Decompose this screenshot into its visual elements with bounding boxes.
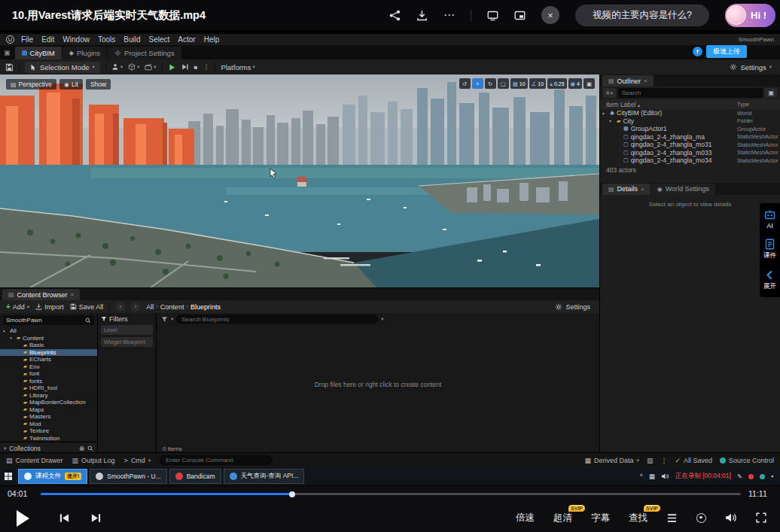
cast-icon[interactable] — [487, 10, 498, 21]
play-button[interactable] — [17, 510, 29, 527]
show-dropdown[interactable]: Show — [86, 79, 111, 90]
tray-misc-icon[interactable]: ▪ — [771, 473, 773, 480]
volume-icon[interactable] — [725, 512, 737, 523]
outliner-row[interactable]: ▢qingdao_2-4_zhangla_mo31StaticMeshActor — [600, 141, 780, 149]
sources-search[interactable]: SmoothPawn — [3, 315, 94, 325]
source-control-button[interactable]: Source Control — [720, 457, 774, 464]
add-actor-button[interactable]: ▾ — [111, 63, 123, 71]
outliner-settings-button[interactable]: ▣ — [765, 88, 777, 98]
outliner-row[interactable]: ▾◉CityBIM (Editor)World — [600, 109, 780, 117]
console-command-input[interactable] — [160, 455, 273, 465]
maximize-viewport-button[interactable]: ▣ — [583, 78, 595, 89]
quick-upload-button[interactable]: 极速上传 — [706, 45, 747, 58]
close-icon[interactable]: × — [71, 291, 75, 298]
import-button[interactable]: Import — [35, 303, 64, 311]
tray-green-icon[interactable] — [760, 474, 765, 479]
scale-snap-button[interactable]: ▴0.25 — [547, 78, 566, 89]
subtitle-button[interactable]: 字幕 — [591, 512, 610, 524]
lit-dropdown[interactable]: ◉Lit — [59, 79, 83, 90]
playlist-icon[interactable] — [666, 512, 678, 524]
platforms-dropdown[interactable]: Platforms▾ — [221, 63, 254, 71]
move-tool-button[interactable]: + — [472, 78, 483, 89]
taskbar-app[interactable]: 课程文件速开! — [18, 469, 87, 484]
tab-project-settings[interactable]: Project Settings — [108, 47, 181, 59]
perspective-dropdown[interactable]: ▤Perspective — [6, 79, 56, 90]
quick-add-button[interactable]: ▾ — [128, 63, 139, 71]
content-drawer-button[interactable]: ▤Content Drawer — [6, 457, 63, 464]
outliner-row[interactable]: ▢qingdao_2-4_zhangla_mo34StaticMeshActor — [600, 157, 780, 165]
tray-app-icon[interactable]: ▦ — [649, 473, 655, 480]
content-tree-item[interactable]: ▰Maps — [0, 406, 97, 414]
tab-details[interactable]: ▤ Details × — [602, 184, 651, 195]
breadcrumb-item[interactable]: Content — [160, 303, 184, 311]
toolbar-settings-dropdown[interactable]: Settings ▾ — [730, 63, 772, 71]
content-tree-item[interactable]: ▰Env — [0, 363, 97, 371]
breadcrumb-item[interactable]: Blueprints — [190, 303, 221, 311]
progress-bar[interactable] — [41, 493, 741, 495]
content-tree-item[interactable]: ▰Basic — [0, 342, 97, 349]
play-button[interactable] — [168, 63, 176, 71]
tab-content-browser[interactable]: ▤ Content Browser × — [2, 289, 80, 300]
content-tree-item[interactable]: ▰Blueprints — [0, 349, 97, 357]
selection-mode-dropdown[interactable]: Selection Mode ▾ — [25, 62, 100, 73]
outliner-row[interactable]: ▢qingdao_2-4_zhangla_m033StaticMeshActor — [600, 149, 780, 157]
filter-pill[interactable]: Level — [101, 325, 153, 335]
filter-pill[interactable]: Widget Blueprint — [101, 337, 153, 347]
nav-forward-button[interactable]: › — [131, 302, 140, 312]
tray-volume-icon[interactable] — [661, 473, 669, 480]
stop-button[interactable]: ■ — [194, 64, 198, 71]
asset-search-input[interactable] — [176, 315, 378, 324]
share-icon[interactable] — [389, 10, 401, 21]
content-tree-item[interactable]: ▰fonts — [0, 378, 97, 385]
content-tree-item[interactable]: ▰font — [0, 370, 97, 378]
side-panel-item[interactable]: AI — [764, 209, 775, 230]
content-tree-item[interactable]: ▰Masters — [0, 413, 97, 421]
camera-speed-button[interactable]: ◉4 — [568, 78, 582, 89]
taskbar-app[interactable]: SmoothPawn - U... — [90, 469, 166, 484]
menu-item-file[interactable]: File — [21, 35, 33, 44]
all-saved-status[interactable]: ✓All Saved — [675, 457, 712, 464]
menu-item-select[interactable]: Select — [149, 35, 170, 44]
more-icon[interactable]: ⋮ — [660, 457, 667, 464]
content-tree-item[interactable]: ▰Mod — [0, 421, 97, 428]
close-button[interactable]: × — [541, 6, 559, 24]
close-icon[interactable]: × — [644, 78, 647, 84]
rotate-tool-button[interactable]: ↻ — [485, 78, 496, 89]
breadcrumb-item[interactable]: All — [146, 303, 154, 311]
tab-world-settings[interactable]: ◉ World Settings — [651, 184, 715, 195]
outliner-search-input[interactable] — [618, 88, 763, 98]
scale-tool-button[interactable]: ▢ — [498, 78, 509, 89]
stats-icon[interactable]: ▥ — [647, 457, 654, 464]
play-options-icon[interactable]: ⋮ — [203, 63, 209, 71]
content-tree-item[interactable]: ▰HDRI_tool — [0, 385, 97, 392]
content-tree-item[interactable]: ▰Twinmotion — [0, 435, 97, 442]
angle-snap-button[interactable]: ∠10 — [529, 78, 547, 89]
column-type[interactable]: Type — [737, 101, 780, 108]
content-tree-item[interactable]: ▰ECharts — [0, 356, 97, 363]
derived-data-button[interactable]: ▦Derived Data▾ — [585, 457, 639, 464]
filters-header[interactable]: Filters — [101, 315, 153, 323]
previous-video-button[interactable] — [59, 512, 70, 524]
pip-icon[interactable] — [514, 10, 526, 21]
tab-outliner[interactable]: ▤ Outliner × — [602, 75, 654, 87]
upload-circle-icon[interactable] — [693, 47, 702, 56]
menu-item-build[interactable]: Build — [123, 35, 140, 44]
taskbar-app[interactable]: 天气查询-查询 API... — [224, 469, 305, 484]
content-settings-button[interactable]: Settings — [555, 303, 590, 311]
menu-item-window[interactable]: Window — [62, 35, 90, 44]
content-tree-item[interactable]: ▾▰Content — [0, 335, 97, 342]
content-tree-item[interactable]: ▰Library — [0, 392, 97, 400]
transform-cycle-button[interactable]: ↺ — [459, 78, 471, 89]
tray-expand-icon[interactable]: ^ — [640, 473, 643, 480]
level-viewport[interactable]: ▤Perspective ◉Lit Show ↺ + ↻ ▢ ▦10 ∠10 ▴… — [0, 74, 599, 287]
save-all-button[interactable]: Save All — [70, 303, 104, 311]
record-dot-icon[interactable] — [748, 474, 754, 479]
outliner-row[interactable]: ▢qingdao_2-4_zhangla_maStaticMeshActor — [600, 133, 780, 141]
account-chip[interactable]: Hi ! — [725, 4, 775, 27]
content-tree-item[interactable]: ▾All — [0, 327, 97, 335]
menu-item-actor[interactable]: Actor — [178, 35, 195, 44]
quality-button[interactable]: 超清SVIP — [553, 512, 572, 524]
ai-search[interactable]: 视频的主要内容是什么? — [575, 5, 709, 26]
side-panel-item[interactable]: 课件 — [763, 239, 776, 260]
column-item-label[interactable]: Item Label ▴ — [606, 101, 737, 108]
